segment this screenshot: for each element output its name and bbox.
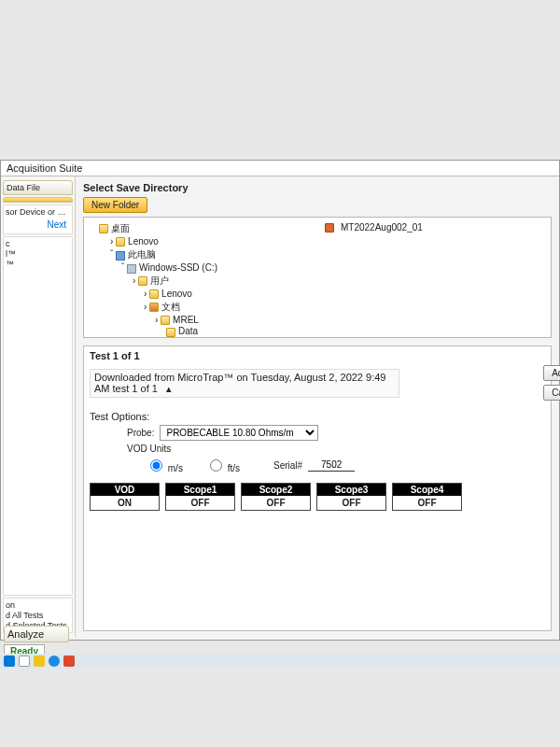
scope-scope2[interactable]: Scope2OFF — [241, 483, 311, 511]
sidebar-item[interactable]: ™ — [6, 260, 70, 269]
drive-icon — [127, 264, 136, 274]
folder-icon — [149, 303, 159, 312]
desktop-icon — [99, 224, 108, 233]
accept-test-button[interactable]: Accept Test 1 — [543, 365, 560, 381]
vod-units-label: VOD Units — [127, 444, 171, 454]
taskbar[interactable] — [0, 654, 560, 669]
search-icon[interactable] — [19, 655, 30, 667]
analyze-tab[interactable]: Analyze — [4, 626, 69, 642]
folder-icon — [166, 328, 175, 337]
scope-scope4[interactable]: Scope4OFF — [392, 483, 462, 511]
download-info: Downloaded from MicroTrap™ on Tuesday, A… — [90, 369, 399, 398]
select-save-dir-heading: Select Save Directory — [83, 182, 552, 193]
tab-active[interactable] — [3, 197, 73, 203]
left-sidebar: Data File sor Device or Formula Next c l… — [1, 176, 76, 637]
serial-input[interactable] — [308, 458, 355, 472]
scope-scope3[interactable]: Scope3OFF — [316, 483, 386, 511]
probe-select[interactable]: PROBECABLE 10.80 Ohms/m — [160, 425, 318, 441]
folder-icon — [138, 276, 147, 286]
probe-label: Probe: — [127, 428, 154, 438]
file-list[interactable]: MT2022Aug002_01 — [319, 218, 551, 337]
folder-icon — [161, 316, 170, 325]
pc-icon — [116, 251, 125, 261]
cancel-button[interactable]: Cancel — [543, 385, 560, 401]
main-panel: Select Save Directory New Folder 桌面 › Le… — [76, 176, 559, 637]
new-folder-button[interactable]: New Folder — [83, 197, 147, 213]
explorer-icon[interactable] — [34, 655, 45, 667]
sidebar-action[interactable]: on — [6, 600, 70, 610]
section-sensor-label: sor Device or Formula — [6, 207, 70, 217]
tests-heading: Test 1 of 1 — [90, 350, 545, 361]
file-icon — [325, 223, 334, 233]
units-ms-radio[interactable]: m/s — [146, 457, 183, 473]
folder-icon — [116, 237, 125, 247]
file-item[interactable]: MT2022Aug002_01 — [323, 221, 547, 233]
folder-icon — [149, 289, 159, 299]
directory-tree[interactable]: 桌面 › Lenovo ˇ 此电脑 ˇ Windows-SSD (C:) › 用… — [84, 218, 315, 337]
next-link[interactable]: Next — [6, 218, 70, 232]
tab-data-file[interactable]: Data File — [3, 180, 73, 195]
units-fts-radio[interactable]: ft/s — [205, 457, 240, 473]
serial-label: Serial# — [273, 460, 302, 471]
app-icon[interactable] — [63, 655, 75, 667]
scope-scope1[interactable]: Scope1OFF — [165, 483, 235, 511]
sidebar-item[interactable]: c — [6, 239, 70, 248]
test-options-label: Test Options: — [90, 411, 545, 422]
scope-vod[interactable]: VODON — [90, 483, 160, 511]
edge-icon[interactable] — [49, 655, 60, 667]
sidebar-item[interactable]: l™ — [6, 249, 70, 259]
window-title: Acquisition Suite — [1, 161, 559, 176]
sidebar-action[interactable]: d All Tests — [6, 611, 70, 620]
start-icon[interactable] — [4, 655, 15, 667]
